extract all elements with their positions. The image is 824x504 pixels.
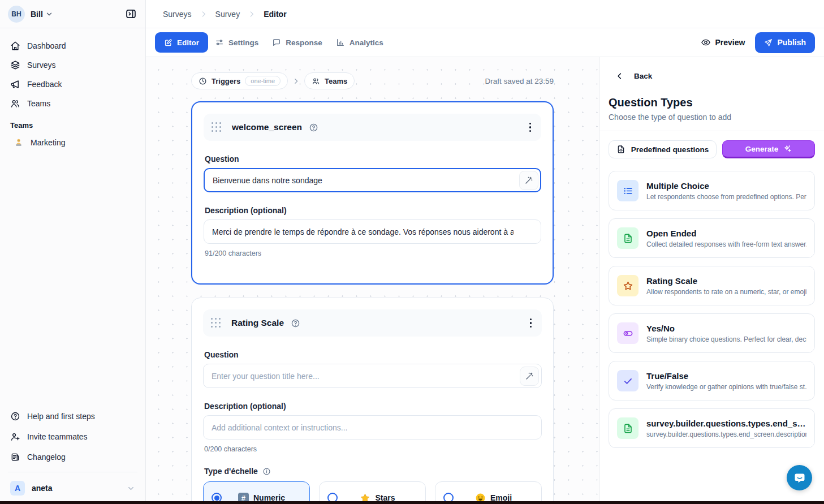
divider: [8, 472, 137, 472]
window-bottom-edge: [0, 501, 824, 504]
chevron-down-icon[interactable]: [45, 10, 53, 18]
triggers-chip-label: Triggers: [212, 77, 240, 85]
tab-editor[interactable]: Editor: [155, 32, 208, 53]
scale-option-numeric[interactable]: # Numeric: [203, 481, 310, 504]
home-icon: [10, 41, 20, 51]
back-button[interactable]: Back: [615, 72, 815, 80]
sidebar-item-dashboard[interactable]: Dashboard: [6, 36, 140, 55]
question-title-input[interactable]: [203, 364, 542, 388]
question-label: Question: [204, 350, 542, 359]
tab-analytics[interactable]: Analytics: [329, 32, 390, 53]
question-card-rating-scale[interactable]: Rating Scale Question: [191, 298, 554, 504]
file-code-icon: [616, 145, 625, 154]
chevron-right-icon: [248, 10, 256, 18]
magic-wand-icon: [524, 176, 533, 185]
divider: [599, 131, 824, 131]
scale-type-label: Type d'échelle: [204, 467, 542, 476]
character-count: 91/200 characters: [205, 249, 541, 257]
question-type-true-false[interactable]: True/False Verify knowledge or gather op…: [609, 361, 815, 400]
magic-wand-button[interactable]: [520, 367, 539, 386]
panel-title: Question Types: [609, 96, 815, 109]
scale-type-label-text: Type d'échelle: [204, 467, 258, 476]
megaphone-icon: [10, 79, 20, 89]
sidebar-item-marketing-team[interactable]: Marketing: [6, 133, 140, 152]
help-circle-icon[interactable]: [309, 123, 318, 132]
user-plus-icon: [10, 432, 20, 442]
bar-chart-icon: [336, 38, 345, 47]
organization-switcher[interactable]: A aneta: [6, 477, 140, 499]
question-label: Question: [205, 154, 541, 163]
generate-button[interactable]: Generate: [722, 140, 815, 158]
description-label: Description (optional): [204, 402, 542, 411]
avatar[interactable]: BH: [8, 6, 25, 23]
sidebar-item-surveys[interactable]: Surveys: [6, 55, 140, 75]
question-type-multiple-choice[interactable]: Multiple Choice Let respondents choose f…: [609, 171, 815, 210]
sliders-icon: [215, 38, 224, 47]
question-type-rating-scale[interactable]: Rating Scale Allow respondents to rate o…: [609, 266, 815, 305]
type-description: Verify knowledge or gather opinions with…: [646, 383, 806, 391]
question-description-input[interactable]: [204, 219, 541, 244]
question-card-title: welcome_screen: [232, 122, 302, 132]
panel-actions: Predefined questions Generate: [609, 140, 815, 158]
preview-label: Preview: [715, 38, 745, 47]
tab-response[interactable]: Response: [265, 32, 329, 53]
toggle-icon: [617, 322, 639, 344]
tab-label: Settings: [228, 38, 258, 47]
sidebar-item-teams[interactable]: Teams: [6, 94, 140, 113]
sidebar-item-label: Surveys: [27, 61, 56, 70]
clock-icon: [199, 77, 207, 85]
triggers-chip[interactable]: Triggers one-time: [191, 72, 288, 89]
user-name[interactable]: Bill: [31, 10, 43, 19]
footer-item-label: Help and first steps: [27, 412, 95, 421]
magic-wand-button[interactable]: [519, 171, 538, 190]
breadcrumb-survey[interactable]: Survey: [215, 10, 240, 19]
drag-handle-icon[interactable]: [211, 318, 221, 328]
editor-toolbar: Editor Settings Response Analytics: [146, 28, 824, 57]
survey-canvas: Triggers one-time Teams Draft saved at 2…: [146, 57, 599, 504]
eye-icon: [701, 37, 711, 48]
changelog[interactable]: Changelog: [6, 447, 140, 467]
kebab-menu-icon[interactable]: [528, 316, 534, 330]
footer-item-label: Changelog: [27, 453, 66, 462]
type-description: Allow respondents to rate on a numeric, …: [646, 288, 806, 296]
scale-option-stars[interactable]: Stars: [319, 481, 426, 504]
draft-status: Draft saved at 23:59: [485, 77, 554, 85]
invite-teammates[interactable]: Invite teammates: [6, 427, 140, 447]
publish-button[interactable]: Publish: [755, 32, 815, 53]
question-title-input[interactable]: [204, 168, 541, 192]
technologist-emoji-icon: [14, 137, 24, 148]
main-area: Surveys Survey Editor Editor Setting: [146, 0, 824, 504]
drag-handle-icon[interactable]: [212, 122, 222, 132]
users-icon: [10, 98, 20, 109]
scale-option-emoji[interactable]: Emoji: [435, 481, 542, 504]
tab-label: Analytics: [350, 38, 383, 47]
predefined-questions-button[interactable]: Predefined questions: [609, 140, 717, 158]
kebab-menu-icon[interactable]: [527, 120, 534, 135]
chat-launcher-button[interactable]: [787, 465, 812, 490]
back-label: Back: [634, 72, 652, 80]
magic-wand-icon: [525, 372, 534, 381]
question-type-end-screen[interactable]: survey.builder.questions.types.end_scr..…: [609, 408, 815, 448]
teams-chip[interactable]: Teams: [304, 72, 355, 89]
scale-type-options: # Numeric Stars: [203, 481, 542, 504]
sidebar-item-feedback[interactable]: Feedback: [6, 75, 140, 94]
file-text-icon: [617, 417, 639, 439]
layers-icon: [10, 60, 20, 70]
teams-chip-label: Teams: [325, 77, 347, 85]
preview-button[interactable]: Preview: [701, 37, 745, 48]
file-text-icon: [617, 227, 639, 249]
info-icon[interactable]: [262, 467, 271, 476]
chevron-right-icon: [200, 10, 208, 18]
question-card-welcome-screen[interactable]: welcome_screen Question: [191, 101, 554, 285]
question-type-yes-no[interactable]: Yes/No Simple binary choice questions. P…: [609, 313, 815, 353]
help-and-first-steps[interactable]: Help and first steps: [6, 406, 140, 427]
check-icon: [617, 370, 639, 391]
breadcrumb-surveys[interactable]: Surveys: [163, 10, 192, 19]
help-circle-icon[interactable]: [291, 318, 300, 328]
tab-settings[interactable]: Settings: [208, 32, 265, 53]
question-type-open-ended[interactable]: Open Ended Collect detailed responses wi…: [609, 218, 815, 258]
collapse-sidebar-button[interactable]: [123, 6, 139, 22]
publish-label: Publish: [777, 38, 806, 47]
app-window: BH Bill Dashboard Surv: [0, 0, 824, 504]
question-description-input[interactable]: [203, 415, 542, 440]
